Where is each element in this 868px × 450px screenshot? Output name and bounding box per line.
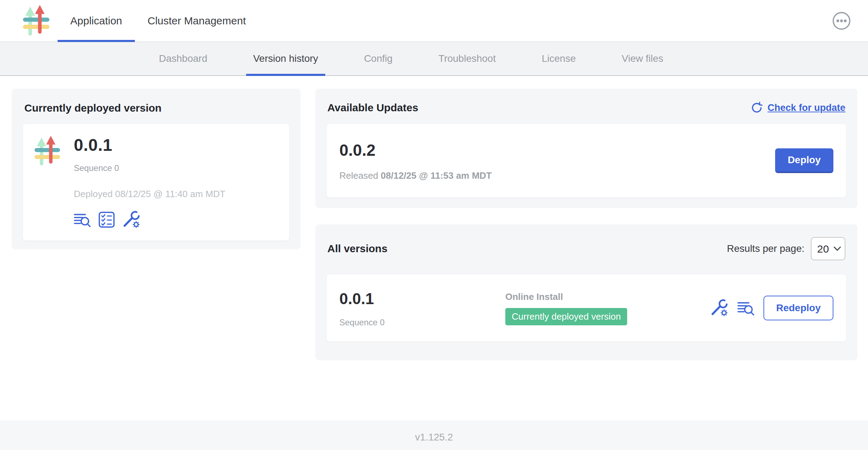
update-info: 0.0.2 Released 08/12/25 @ 11:53 am MDT [339,141,492,181]
footer: v1.125.2 [0,420,868,450]
deployed-version-actions [74,211,225,229]
more-options-button[interactable] [831,11,852,31]
preflight-checklist-button[interactable] [99,212,115,228]
currently-deployed-title: Currently deployed version [24,102,289,114]
version-row-status: Online Install Currently deployed versio… [505,291,711,325]
release-notes-search-button[interactable] [74,212,91,227]
header-right [831,0,868,42]
released-datetime: 08/12/25 @ 11:53 am MDT [381,170,492,181]
preflight-checklist-icon [99,212,115,228]
top-header: Application Cluster Management [0,0,868,42]
subnav-version-history-label: Version history [253,53,318,64]
redeploy-button[interactable]: Redeploy [763,296,833,320]
tab-application[interactable]: Application [58,0,135,42]
subnav-license-label: License [542,53,576,64]
update-version-number: 0.0.2 [339,141,492,160]
deployed-timestamp: Deployed 08/12/25 @ 11:40 am MDT [74,189,225,200]
results-per-page-group: Results per page: 20 [727,237,845,260]
all-versions-title: All versions [327,243,387,255]
subnav-config-label: Config [364,53,393,64]
deploy-button[interactable]: Deploy [775,148,833,173]
subnav-item-version-history[interactable]: Version history [246,42,325,75]
app-window: Application Cluster Management Dashboard [0,0,868,450]
results-per-page-select-wrap: 20 [811,237,845,260]
row-edit-config-button[interactable] [711,299,728,317]
currently-deployed-version-panel: 0.0.1 Sequence 0 Deployed 08/12/25 @ 11:… [23,124,289,241]
app-subnav: Dashboard Version history Config Trouble… [0,42,868,76]
row-release-notes-search-button[interactable] [737,301,754,315]
refresh-icon [750,101,763,114]
update-released-timestamp: Released 08/12/25 @ 11:53 am MDT [339,170,492,181]
available-updates-card: Available Updates Check for update [315,89,857,208]
subnav-item-config[interactable]: Config [357,42,400,75]
all-versions-card: All versions Results per page: 20 [315,224,857,360]
subnav-dashboard-label: Dashboard [159,53,207,64]
version-row-sequence: Sequence 0 [339,318,505,327]
currently-deployed-card: Currently deployed version [12,89,301,249]
version-row-number: 0.0.1 [339,290,505,308]
app-logo-icon-small [33,133,62,231]
app-logo [21,0,51,42]
tab-cluster-management-label: Cluster Management [148,15,246,27]
release-notes-search-icon [74,212,91,227]
edit-config-button[interactable] [123,211,140,229]
available-updates-title: Available Updates [327,102,418,114]
release-notes-search-icon [737,301,754,315]
tab-cluster-management[interactable]: Cluster Management [135,0,258,42]
subnav-item-license[interactable]: License [535,42,583,75]
version-row-actions: Redeploy [711,296,833,320]
available-update-row: 0.0.2 Released 08/12/25 @ 11:53 am MDT D… [327,124,846,197]
subnav-troubleshoot-label: Troubleshoot [439,53,496,64]
released-label: Released [339,170,378,181]
install-type-label: Online Install [505,291,711,302]
subnav-item-dashboard[interactable]: Dashboard [152,42,214,75]
deployed-version-number: 0.0.1 [74,135,225,155]
wrench-gear-icon [123,211,140,229]
check-for-update-link[interactable]: Check for update [750,101,845,114]
deployed-sequence: Sequence 0 [74,163,225,173]
subnav-item-troubleshoot[interactable]: Troubleshoot [432,42,503,75]
version-row: 0.0.1 Sequence 0 Online Install Currentl… [327,274,846,342]
app-logo-icon [21,4,51,38]
results-per-page-select[interactable]: 20 [811,237,845,260]
tab-application-label: Application [70,15,122,27]
console-version: v1.125.2 [415,432,453,443]
all-versions-header: All versions Results per page: 20 [327,237,845,260]
available-updates-header: Available Updates Check for update [327,101,845,114]
version-row-info: 0.0.1 Sequence 0 [339,289,505,327]
subnav-item-view-files[interactable]: View files [614,42,670,75]
deployed-version-info: 0.0.1 Sequence 0 Deployed 08/12/25 @ 11:… [74,133,225,231]
currently-deployed-badge: Currently deployed version [505,308,627,325]
main-content: Currently deployed version [0,76,868,420]
subnav-view-files-label: View files [622,53,663,64]
ellipsis-menu-icon [832,11,851,30]
wrench-gear-icon [711,299,728,317]
check-for-update-label: Check for update [767,102,845,113]
results-per-page-label: Results per page: [727,243,804,254]
current-version-column: Currently deployed version [12,89,301,249]
right-column: Available Updates Check for update [315,89,857,360]
